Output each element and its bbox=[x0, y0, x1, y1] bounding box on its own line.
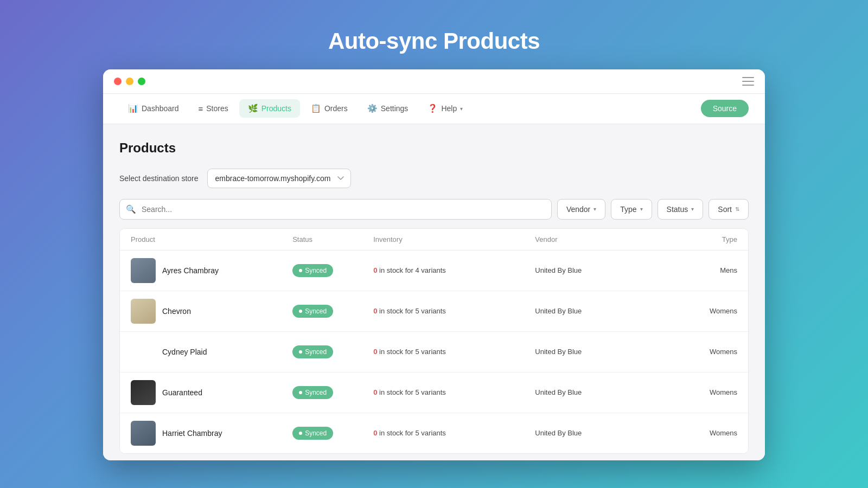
status-cell: Synced bbox=[292, 345, 373, 358]
product-name: Ayres Chambray bbox=[162, 266, 219, 275]
nav-settings-label: Settings bbox=[381, 104, 409, 113]
inventory-zero: 0 bbox=[373, 388, 377, 396]
table-row[interactable]: Harriet Chambray Synced 0 in stock for 5… bbox=[120, 413, 748, 453]
status-badge: Synced bbox=[292, 305, 333, 318]
status-label: Synced bbox=[305, 429, 327, 437]
type-cell: Womens bbox=[656, 388, 737, 396]
type-filter-button[interactable]: Type ▾ bbox=[611, 199, 652, 220]
status-badge: Synced bbox=[292, 386, 333, 399]
table-row[interactable]: Chevron Synced 0 in stock for 5 variants… bbox=[120, 291, 748, 332]
status-filter-button[interactable]: Status ▾ bbox=[658, 199, 704, 220]
search-input[interactable] bbox=[119, 199, 552, 220]
nav-stores[interactable]: ≡ Stores bbox=[190, 100, 237, 118]
vendor-cell: United By Blue bbox=[535, 348, 656, 356]
nav-dashboard-label: Dashboard bbox=[142, 104, 179, 113]
product-cell: Harriet Chambray bbox=[131, 421, 292, 446]
nav-settings[interactable]: ⚙️ Settings bbox=[359, 99, 417, 118]
stores-icon: ≡ bbox=[199, 104, 203, 113]
inventory-cell: 0 in stock for 5 variants bbox=[373, 429, 535, 437]
inventory-cell: 0 in stock for 5 variants bbox=[373, 307, 535, 315]
status-badge: Synced bbox=[292, 264, 333, 277]
status-dot-icon bbox=[299, 350, 302, 354]
col-vendor: Vendor bbox=[535, 235, 656, 243]
sort-label: Sort bbox=[718, 205, 732, 214]
col-status: Status bbox=[292, 235, 373, 243]
status-dot-icon bbox=[299, 432, 302, 435]
inventory-cell: 0 in stock for 5 variants bbox=[373, 388, 535, 396]
store-select-row: Select destination store embrace-tomorro… bbox=[119, 169, 749, 188]
status-filter-label: Status bbox=[667, 205, 688, 214]
products-table: Product Status Inventory Vendor Type Ayr… bbox=[119, 228, 749, 454]
nav-orders[interactable]: 📋 Orders bbox=[302, 99, 356, 118]
table-row[interactable]: Cydney Plaid Synced 0 in stock for 5 var… bbox=[120, 332, 748, 373]
inventory-zero: 0 bbox=[373, 429, 377, 437]
table-row[interactable]: Guaranteed Synced 0 in stock for 5 varia… bbox=[120, 373, 748, 413]
dashboard-icon: 📊 bbox=[128, 104, 138, 113]
status-label: Synced bbox=[305, 389, 327, 396]
nav-orders-label: Orders bbox=[324, 104, 348, 113]
col-type: Type bbox=[656, 235, 737, 243]
vendor-filter-label: Vendor bbox=[566, 205, 590, 214]
minimize-button[interactable] bbox=[126, 78, 133, 85]
nav-stores-label: Stores bbox=[206, 104, 228, 113]
inventory-cell: 0 in stock for 4 variants bbox=[373, 266, 535, 274]
status-cell: Synced bbox=[292, 264, 373, 277]
table-header: Product Status Inventory Vendor Type bbox=[120, 229, 748, 251]
product-thumbnail bbox=[131, 421, 156, 446]
inventory-text: in stock for 4 variants bbox=[379, 266, 446, 274]
product-cell: Ayres Chambray bbox=[131, 258, 292, 283]
vendor-cell: United By Blue bbox=[535, 266, 656, 274]
inventory-zero: 0 bbox=[373, 348, 377, 356]
nav-products-label: Products bbox=[261, 104, 291, 113]
product-thumbnail bbox=[131, 258, 156, 283]
product-cell: Guaranteed bbox=[131, 380, 292, 405]
close-button[interactable] bbox=[114, 78, 122, 85]
status-dot-icon bbox=[299, 269, 302, 272]
product-thumbnail bbox=[131, 339, 156, 364]
products-heading: Products bbox=[119, 140, 749, 156]
store-select-label: Select destination store bbox=[119, 174, 199, 183]
product-thumbnail bbox=[131, 380, 156, 405]
destination-store-select[interactable]: embrace-tomorrow.myshopify.com bbox=[207, 169, 351, 188]
inventory-text: in stock for 5 variants bbox=[379, 307, 446, 315]
page-title: Auto-sync Products bbox=[328, 28, 540, 54]
vendor-cell: United By Blue bbox=[535, 388, 656, 396]
product-name: Cydney Plaid bbox=[162, 348, 207, 356]
help-icon: ❓ bbox=[427, 104, 438, 113]
nav-dashboard[interactable]: 📊 Dashboard bbox=[119, 99, 188, 118]
type-cell: Womens bbox=[656, 348, 737, 356]
status-cell: Synced bbox=[292, 305, 373, 318]
sort-button[interactable]: Sort ⇅ bbox=[709, 199, 749, 220]
type-cell: Womens bbox=[656, 307, 737, 315]
vendor-filter-button[interactable]: Vendor ▾ bbox=[557, 199, 605, 220]
type-filter-label: Type bbox=[620, 205, 636, 214]
product-name: Harriet Chambray bbox=[162, 429, 222, 438]
products-icon: 🌿 bbox=[248, 104, 258, 113]
nav-items: 📊 Dashboard ≡ Stores 🌿 Products 📋 Orders… bbox=[119, 99, 701, 118]
inventory-text: in stock for 5 variants bbox=[379, 348, 446, 356]
inventory-zero: 0 bbox=[373, 266, 377, 274]
search-icon: 🔍 bbox=[126, 204, 136, 214]
inventory-text: in stock for 5 variants bbox=[379, 429, 446, 437]
status-label: Synced bbox=[305, 307, 327, 315]
status-badge: Synced bbox=[292, 427, 333, 440]
col-inventory: Inventory bbox=[373, 235, 535, 243]
status-cell: Synced bbox=[292, 386, 373, 399]
nav-help[interactable]: ❓ Help ▾ bbox=[419, 99, 471, 118]
status-label: Synced bbox=[305, 348, 327, 356]
vendor-cell: United By Blue bbox=[535, 307, 656, 315]
vendor-cell: United By Blue bbox=[535, 429, 656, 437]
inventory-text: in stock for 5 variants bbox=[379, 388, 446, 396]
navbar: 📊 Dashboard ≡ Stores 🌿 Products 📋 Orders… bbox=[103, 94, 765, 124]
status-dropdown-icon: ▾ bbox=[691, 206, 694, 212]
source-button[interactable]: Source bbox=[701, 100, 749, 117]
nav-products[interactable]: 🌿 Products bbox=[239, 99, 300, 118]
menu-icon[interactable] bbox=[742, 77, 754, 86]
filters-row: 🔍 Vendor ▾ Type ▾ Status ▾ Sort ⇅ bbox=[119, 199, 749, 220]
help-dropdown-arrow: ▾ bbox=[460, 106, 463, 112]
table-row[interactable]: Ayres Chambray Synced 0 in stock for 4 v… bbox=[120, 251, 748, 291]
maximize-button[interactable] bbox=[138, 78, 145, 85]
type-dropdown-icon: ▾ bbox=[640, 206, 643, 212]
product-cell: Cydney Plaid bbox=[131, 339, 292, 364]
inventory-zero: 0 bbox=[373, 307, 377, 315]
